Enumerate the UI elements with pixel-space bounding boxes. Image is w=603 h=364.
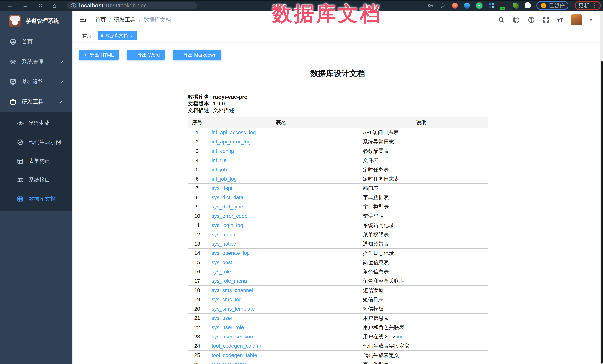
table-link[interactable]: sys_dept — [212, 185, 232, 191]
table-row: 7sys_dept部门表 — [188, 184, 488, 193]
scrollbar-thumb[interactable] — [601, 61, 603, 364]
tags-view-bar: 首页 数据库文档 × — [72, 29, 600, 42]
sidebar-item-label: 代码生成示例 — [29, 138, 61, 146]
export-word-button[interactable]: + 导出 Word — [127, 50, 165, 60]
app-logo-row[interactable]: 芋道管理系统 — [0, 11, 72, 31]
github-icon[interactable] — [512, 16, 520, 23]
table-link[interactable]: sys_menu — [212, 232, 235, 237]
user-avatar[interactable] — [571, 14, 582, 25]
table-link[interactable]: inf_file — [212, 157, 227, 163]
breadcrumb-home[interactable]: 首页 — [95, 16, 106, 23]
table-link[interactable]: sys_sms_template — [212, 306, 255, 312]
extension-icon[interactable] — [476, 3, 482, 9]
sidebar-item-codegen-demo[interactable]: 代码生成示例 — [0, 133, 72, 152]
meta-label: 数据库名: — [188, 94, 211, 100]
table-link[interactable]: sys_sms_log — [212, 297, 242, 302]
back-icon[interactable]: ← — [7, 3, 13, 9]
table-row: 11sys_login_log系统访问记录 — [188, 221, 488, 230]
extension-icon[interactable]: on — [500, 3, 506, 9]
sidebar-item-label: 研发工具 — [22, 98, 44, 106]
extension-icon[interactable] — [464, 3, 470, 9]
table-row: 26tool_test_demo字典类型表 — [188, 360, 488, 364]
meta-label: 文档版本: — [188, 101, 211, 107]
page-scrollbar[interactable] — [600, 11, 603, 364]
user-menu-caret-icon[interactable]: ▾ — [590, 17, 592, 23]
table-row: 3inf_config参数配置表 — [188, 146, 488, 156]
sidebar-item-db-doc[interactable]: 数据库文档 — [0, 189, 72, 209]
tag-db-doc[interactable]: 数据库文档 × — [98, 31, 137, 41]
export-toolbar: + 导出 HTML + 导出 Word + 导出 Markdown — [79, 50, 221, 60]
paused-label: 已暂停 — [549, 2, 565, 9]
sidebar-item-api[interactable]: 系统接口 — [0, 171, 72, 189]
extension-icon[interactable] — [452, 3, 458, 9]
search-icon[interactable] — [498, 17, 505, 23]
sidebar: 芋道管理系统 首页 系统管理 基础设施 研发工具 — [0, 11, 72, 364]
table-link[interactable]: sys_role — [212, 269, 231, 275]
sidebar-item-infra[interactable]: 基础设施 — [0, 72, 72, 92]
sidebar-item-form-builder[interactable]: 表单构建 — [0, 152, 72, 171]
table-link[interactable]: inf_config — [212, 148, 234, 154]
sidebar-item-home[interactable]: 首页 — [0, 32, 72, 52]
table-link[interactable]: sys_error_code — [212, 213, 247, 219]
table-link[interactable]: sys_post — [212, 260, 232, 265]
extension-icon[interactable] — [488, 3, 494, 8]
breadcrumb-devtools[interactable]: 研发工具 — [114, 16, 136, 23]
tag-label: 数据库文档 — [105, 33, 128, 39]
main-content: + 导出 HTML + 导出 Word + 导出 Markdown 数据库设计文… — [72, 42, 600, 364]
font-size-icon[interactable]: TT — [557, 16, 563, 23]
extensions-puzzle-icon[interactable] — [525, 3, 530, 8]
table-row: 25tool_codegen_table代码生成表定义 — [188, 351, 488, 360]
export-markdown-button[interactable]: + 导出 Markdown — [173, 50, 222, 60]
sidebar-fold-icon[interactable] — [79, 17, 87, 23]
table-link[interactable]: inf_job — [212, 167, 227, 172]
key-icon[interactable] — [427, 2, 434, 9]
table-link[interactable]: inf_api_access_log — [212, 130, 256, 135]
sidebar-item-system[interactable]: 系统管理 — [0, 52, 72, 72]
table-link[interactable]: sys_login_log — [212, 222, 243, 228]
url-host: localhost — [79, 2, 104, 9]
table-link[interactable]: sys_notice — [212, 241, 236, 247]
reload-icon[interactable]: ↻ — [38, 3, 43, 9]
forward-icon[interactable]: → — [22, 3, 28, 9]
extension-icon[interactable] — [513, 3, 519, 9]
extension-paused-badge[interactable]: 已暂停 — [536, 1, 568, 10]
browser-menu-icon[interactable]: ⋮ — [591, 3, 597, 9]
table-link[interactable]: sys_sms_channel — [212, 287, 253, 293]
doc-meta: 数据库名:ruoyi-vue-pro 文档版本:1.0.0 文档描述:文档描述 — [188, 94, 248, 114]
sidebar-item-codegen[interactable]: </> 代码生成 — [0, 114, 72, 133]
table-link[interactable]: tool_test_demo — [212, 362, 247, 364]
table-row: 16sys_role角色信息表 — [188, 267, 488, 276]
table-link[interactable]: sys_user_role — [212, 324, 244, 330]
table-row: 1inf_api_access_logAPI 访问日志表 — [188, 128, 488, 137]
tag-home[interactable]: 首页 — [79, 31, 95, 41]
table-link[interactable]: tool_codegen_column — [212, 343, 263, 349]
address-bar[interactable]: i localhost:1024/tool/db-doc — [67, 2, 197, 10]
table-link[interactable]: sys_dict_type — [212, 204, 243, 210]
bookmark-star-icon[interactable]: ☆ — [440, 2, 445, 9]
close-icon[interactable]: × — [131, 33, 133, 38]
table-link[interactable]: sys_dict_data — [212, 195, 243, 200]
help-icon[interactable] — [528, 16, 535, 23]
table-link[interactable]: sys_operate_log — [212, 250, 250, 256]
table-link[interactable]: tool_codegen_table — [212, 352, 257, 358]
chevron-up-icon — [59, 99, 64, 104]
export-html-button[interactable]: + 导出 HTML — [79, 50, 119, 60]
smiley-icon — [540, 2, 547, 9]
chevron-down-icon — [59, 59, 64, 64]
breadcrumb-separator: / — [139, 17, 140, 23]
header-actions: TT ▾ — [498, 14, 600, 25]
plus-icon: + — [178, 52, 181, 58]
fullscreen-icon[interactable] — [543, 17, 549, 23]
table-link[interactable]: sys_user_session — [212, 334, 253, 340]
table-link[interactable]: inf_job_log — [212, 176, 237, 182]
update-button[interactable]: 更新 ⋮ — [575, 1, 601, 10]
button-label: 导出 Markdown — [183, 52, 216, 58]
table-link[interactable]: inf_api_error_log — [212, 139, 251, 144]
dashboard-icon — [10, 38, 16, 45]
table-link[interactable]: sys_role_menu — [212, 278, 247, 284]
sidebar-item-devtools[interactable]: 研发工具 — [0, 92, 72, 112]
site-info-icon[interactable]: i — [71, 3, 76, 8]
table-link[interactable]: sys_user — [212, 315, 232, 321]
sidebar-item-label: 数据库文档 — [29, 195, 56, 203]
home-icon[interactable]: ⌂ — [53, 3, 56, 9]
